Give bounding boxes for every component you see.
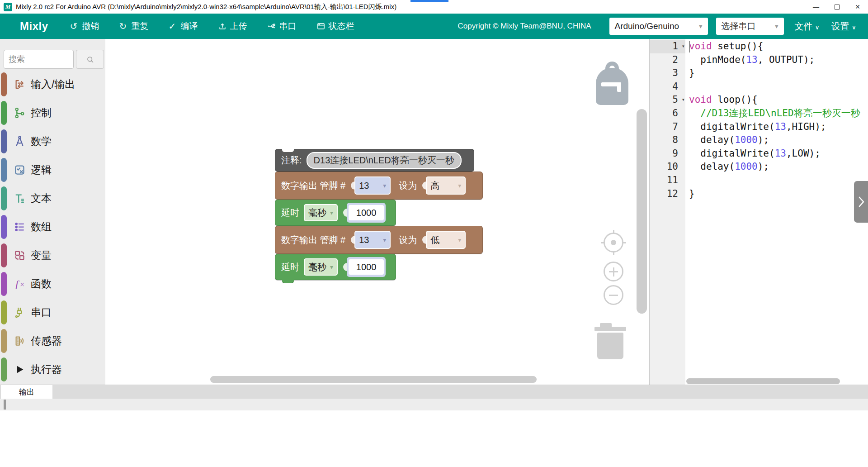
pin-dropdown[interactable]: 13 ▾ [354,231,391,249]
logic-check-icon [13,164,26,176]
port-select[interactable]: 选择串口 ▾ [716,18,784,35]
chevron-down-icon: ▾ [458,182,461,189]
number-input[interactable]: 1000 [349,259,384,275]
window-controls: — ✕ [806,0,868,14]
minimize-button[interactable]: — [806,0,826,14]
state-dropdown[interactable]: 低 ▾ [426,231,466,249]
sidebar-item[interactable]: 传感器 [0,327,105,355]
target-tick [623,242,626,243]
sidebar-item[interactable]: 逻辑 [0,156,105,184]
digital-write-block-high[interactable]: 数字输出 管脚 # 13 ▾ 设为 高 ▾ [275,172,483,200]
line-number: 3 [650,67,685,80]
line-number: 8 [650,133,685,147]
close-icon: ✕ [855,3,860,10]
sidebar-item[interactable]: 数组 [0,213,105,241]
sidebar-item[interactable]: 变量 [0,241,105,270]
upload-icon [218,22,227,31]
code-line: delay(1000); [689,133,868,147]
zoom-in-button[interactable] [604,262,623,281]
statusbar-button[interactable]: 状态栏 [316,20,354,32]
category-label: 函数 [31,277,52,291]
sidebar-item[interactable]: 输入/输出 [0,70,105,99]
sidebar-item[interactable]: 控制 [0,99,105,127]
workspace-vertical-scrollbar[interactable] [637,109,647,314]
control-branch-icon [13,107,26,119]
comment-text-field[interactable]: D13连接LED\nLED将亮一秒灭一秒 [307,152,462,169]
menu-bar: 文件 ∨ 设置 ∨ [795,20,857,33]
state-dropdown[interactable]: 高 ▾ [426,176,466,195]
sidebar-item[interactable]: 数学 [0,127,105,156]
category-label: 逻辑 [31,163,52,177]
editor-horizontal-scrollbar[interactable] [686,378,840,384]
category-color-pill [1,300,7,324]
backpack-icon[interactable] [596,62,628,105]
board-select[interactable]: Arduino/Genuino ▾ [609,18,708,35]
code-editor[interactable]: 1▾2345▾6789101112 void setup(){ pinMode(… [649,39,868,385]
category-label: 执行器 [31,362,62,376]
category-color-pill [1,272,7,296]
target-tick [601,242,604,243]
category-color-pill [1,72,7,96]
output-tab[interactable]: 输出 [1,385,52,399]
code-line: } [689,67,868,80]
settings-menu[interactable]: 设置 ∨ [831,20,856,33]
compile-button-label: 编译 [181,20,198,32]
comment-block[interactable]: 注释: D13连接LED\nLED将亮一秒灭一秒 [275,149,474,172]
zoom-out-button[interactable] [604,285,623,305]
math-compass-icon [13,135,26,148]
redo-button[interactable]: ↻重复 [119,20,149,32]
array-list-icon [13,221,26,234]
zoom-reset-button[interactable] [604,233,623,253]
chevron-right-icon [857,195,865,209]
sidebar-item[interactable]: 文本 [0,184,105,213]
line-number: 11 [650,174,685,187]
unit-dropdown[interactable]: 毫秒 ▾ [304,204,338,221]
mixly-logo-icon: M [4,3,12,11]
search-icon [86,55,94,64]
pin-dropdown[interactable]: 13 ▾ [354,176,391,195]
trash-lid [594,327,626,331]
output-resize-handle[interactable] [4,400,6,410]
delay-block[interactable]: 延时 毫秒 ▾ 1000 [275,200,396,226]
sidebar-item[interactable]: 串口 [0,298,105,327]
upload-button[interactable]: 上传 [218,20,247,32]
number-input[interactable]: 1000 [349,205,384,220]
file-menu[interactable]: 文件 ∨ [795,20,820,33]
category-list: 输入/输出控制数学逻辑文本数组变量ƒ×函数串口传感器执行器 [0,70,105,384]
fold-caret-icon[interactable]: ▾ [682,93,685,107]
sidebar-item[interactable]: 执行器 [0,355,105,384]
fold-caret-icon[interactable]: ▾ [682,40,685,53]
sidebar-item[interactable]: ƒ×函数 [0,270,105,298]
toolbar-buttons: ↺撤销↻重复✓编译上传串口状态栏 [70,20,354,32]
maximize-button[interactable] [826,0,847,14]
delay-block[interactable]: 延时 毫秒 ▾ 1000 [275,254,396,280]
state-value: 低 [430,234,439,246]
text-icon [13,192,26,205]
block-bottom-tab [282,280,294,283]
trash-icon[interactable] [594,323,626,359]
search-button[interactable] [76,50,104,69]
unit-value: 毫秒 [308,207,326,219]
line-number: 4 [650,80,685,94]
port-select-value: 选择串口 [722,20,756,32]
workspace-horizontal-scrollbar[interactable] [210,376,537,383]
panel-collapse-button[interactable] [854,181,868,223]
undo-button[interactable]: ↺撤销 [70,20,99,32]
category-color-pill [1,129,7,153]
serial-button[interactable]: 串口 [267,20,297,32]
variable-swap-icon [13,249,26,262]
code-line: } [689,187,868,201]
main-toolbar: Mixly ↺撤销↻重复✓编译上传串口状态栏 Copyright © Mixly… [0,14,868,39]
category-color-pill [1,101,7,125]
chevron-down-icon: ∨ [815,24,820,31]
unit-dropdown[interactable]: 毫秒 ▾ [304,258,338,276]
output-console[interactable] [0,399,868,410]
blockly-workspace[interactable]: 注释: D13连接LED\nLED将亮一秒灭一秒 数字输出 管脚 # 13 ▾ … [105,39,649,385]
category-color-pill [1,357,7,381]
compile-button[interactable]: ✓编译 [169,20,198,32]
search-input[interactable] [4,50,74,69]
code-line: pinMode(13, OUTPUT); [689,53,868,67]
line-number: 5▾ [650,93,685,107]
close-button[interactable]: ✕ [847,0,868,14]
digital-write-block-low[interactable]: 数字输出 管脚 # 13 ▾ 设为 低 ▾ [275,226,483,254]
